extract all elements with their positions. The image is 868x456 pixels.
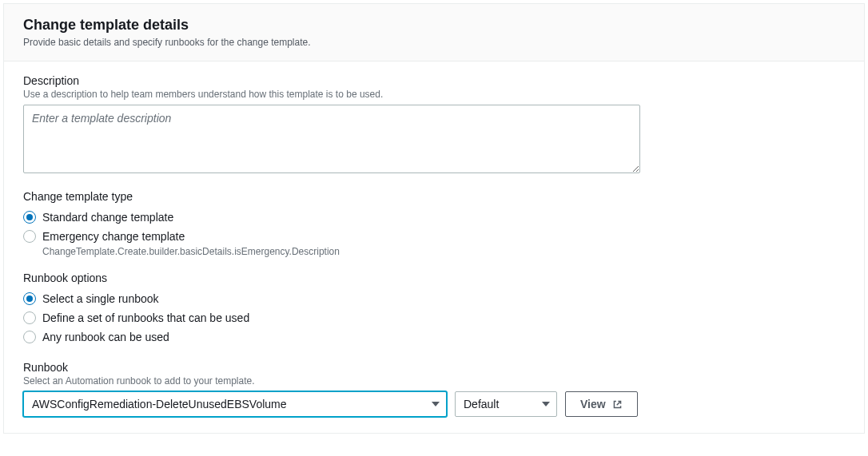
runbook-hint: Select an Automation runbook to add to y… xyxy=(23,375,845,387)
radio-label: Define a set of runbooks that can be use… xyxy=(42,311,249,324)
panel-body: Description Use a description to help te… xyxy=(4,61,864,433)
radio-label: Standard change template xyxy=(42,211,173,224)
runbook-options-group: Runbook options Select a single runbook … xyxy=(23,272,845,347)
runbook-label: Runbook xyxy=(23,361,845,374)
template-type-group: Change template type Standard change tem… xyxy=(23,190,845,257)
description-label: Description xyxy=(23,74,845,87)
template-type-option-standard[interactable]: Standard change template xyxy=(23,208,845,227)
runbook-row: AWSConfigRemediation-DeleteUnusedEBSVolu… xyxy=(23,391,845,417)
runbook-selector-group: Runbook Select an Automation runbook to … xyxy=(23,361,845,417)
template-type-emergency-sublabel: ChangeTemplate.Create.builder.basicDetai… xyxy=(42,246,845,257)
runbook-option-any[interactable]: Any runbook can be used xyxy=(23,327,845,347)
caret-down-icon xyxy=(432,402,440,406)
radio-selected-icon xyxy=(23,211,36,224)
runbook-options-label: Runbook options xyxy=(23,272,845,284)
change-template-details-panel: Change template details Provide basic de… xyxy=(3,3,865,434)
runbook-select-value: AWSConfigRemediation-DeleteUnusedEBSVolu… xyxy=(32,398,287,410)
external-link-icon xyxy=(612,399,623,410)
runbook-option-single[interactable]: Select a single runbook xyxy=(23,289,845,308)
caret-down-icon xyxy=(542,402,550,406)
radio-unselected-icon xyxy=(23,311,36,324)
radio-unselected-icon xyxy=(23,230,36,243)
runbook-version-select[interactable]: Default xyxy=(455,391,557,417)
radio-selected-icon xyxy=(23,292,36,305)
panel-header: Change template details Provide basic de… xyxy=(4,4,864,61)
template-type-option-emergency[interactable]: Emergency change template xyxy=(23,227,845,246)
panel-subtitle: Provide basic details and specify runboo… xyxy=(23,37,845,48)
runbook-option-set[interactable]: Define a set of runbooks that can be use… xyxy=(23,308,845,327)
radio-label: Emergency change template xyxy=(42,230,185,243)
description-field-group: Description Use a description to help te… xyxy=(23,74,845,176)
radio-label: Any runbook can be used xyxy=(42,331,169,343)
template-type-label: Change template type xyxy=(23,190,845,203)
runbook-select[interactable]: AWSConfigRemediation-DeleteUnusedEBSVolu… xyxy=(23,391,447,417)
description-hint: Use a description to help team members u… xyxy=(23,89,845,100)
radio-unselected-icon xyxy=(23,331,36,343)
view-button-label: View xyxy=(580,398,606,410)
panel-title: Change template details xyxy=(23,17,845,34)
description-textarea[interactable] xyxy=(23,105,640,173)
radio-label: Select a single runbook xyxy=(42,292,159,305)
view-runbook-button[interactable]: View xyxy=(565,391,638,417)
runbook-version-value: Default xyxy=(464,398,499,410)
